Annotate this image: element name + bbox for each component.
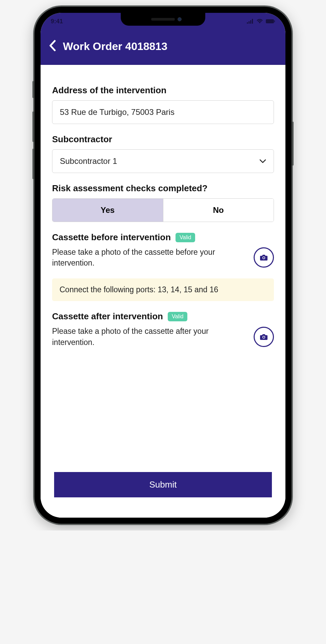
cassette-after-desc: Please take a photo of the cassette afte… (52, 326, 247, 347)
risk-option-no[interactable]: No (163, 199, 274, 222)
back-button[interactable] (49, 40, 56, 53)
subcontractor-select[interactable]: Subcontractor 1 (52, 149, 274, 173)
svg-rect-2 (250, 20, 251, 24)
app-header: Work Order 4018813 (41, 30, 285, 65)
valid-badge: Valid (176, 233, 195, 242)
risk-segmented: Yes No (52, 198, 274, 222)
address-group: Address of the intervention (52, 85, 274, 124)
camera-button-before[interactable] (254, 247, 274, 268)
front-camera (178, 17, 182, 21)
status-time: 9:41 (51, 18, 63, 25)
wifi-icon (256, 19, 263, 24)
speaker (151, 18, 175, 21)
notch (121, 13, 205, 26)
svg-rect-1 (249, 21, 250, 24)
signal-icon (247, 19, 254, 24)
risk-group: Risk assessment checks completed? Yes No (52, 183, 274, 222)
valid-badge: Valid (168, 312, 187, 321)
svg-rect-5 (274, 20, 275, 22)
risk-option-yes[interactable]: Yes (52, 199, 163, 222)
cassette-before-section: Cassette before intervention Valid Pleas… (52, 232, 274, 268)
submit-bar: Submit (41, 465, 285, 518)
subcontractor-label: Subcontractor (52, 134, 274, 145)
cassette-before-title: Cassette before intervention (52, 232, 171, 243)
camera-icon (260, 254, 268, 261)
svg-rect-4 (266, 19, 274, 23)
submit-button[interactable]: Submit (54, 472, 272, 497)
cassette-after-header: Cassette after intervention Valid (52, 311, 274, 322)
address-input[interactable] (52, 100, 274, 124)
volume-up-button (32, 112, 34, 142)
svg-point-7 (263, 257, 265, 259)
cassette-after-title: Cassette after intervention (52, 311, 163, 322)
cassette-after-row: Please take a photo of the cassette afte… (52, 326, 274, 347)
subcontractor-value: Subcontractor 1 (60, 156, 117, 166)
power-button (292, 122, 294, 166)
phone-screen: 9:41 Work Order 4018813 Address of the i… (41, 13, 285, 518)
chevron-down-icon (259, 159, 266, 163)
svg-rect-0 (247, 22, 248, 24)
address-label: Address of the intervention (52, 85, 274, 96)
cassette-after-section: Cassette after intervention Valid Please… (52, 311, 274, 347)
info-banner: Connect the following ports: 13, 14, 15 … (52, 278, 274, 301)
phone-frame: 9:41 Work Order 4018813 Address of the i… (34, 7, 292, 524)
form-content: Address of the intervention Subcontracto… (41, 65, 285, 465)
camera-icon (260, 333, 268, 340)
risk-label: Risk assessment checks completed? (52, 183, 274, 194)
battery-icon (266, 19, 275, 24)
camera-button-after[interactable] (254, 327, 274, 347)
svg-point-9 (263, 336, 265, 338)
cassette-before-row: Please take a photo of the cassette befo… (52, 247, 274, 268)
chevron-left-icon (49, 40, 56, 51)
cassette-before-header: Cassette before intervention Valid (52, 232, 274, 243)
subcontractor-group: Subcontractor Subcontractor 1 (52, 134, 274, 173)
side-button (32, 81, 34, 98)
volume-down-button (32, 149, 34, 179)
svg-rect-3 (252, 19, 253, 24)
page-title: Work Order 4018813 (63, 40, 167, 53)
cassette-before-desc: Please take a photo of the cassette befo… (52, 247, 247, 268)
status-icons (247, 19, 275, 24)
